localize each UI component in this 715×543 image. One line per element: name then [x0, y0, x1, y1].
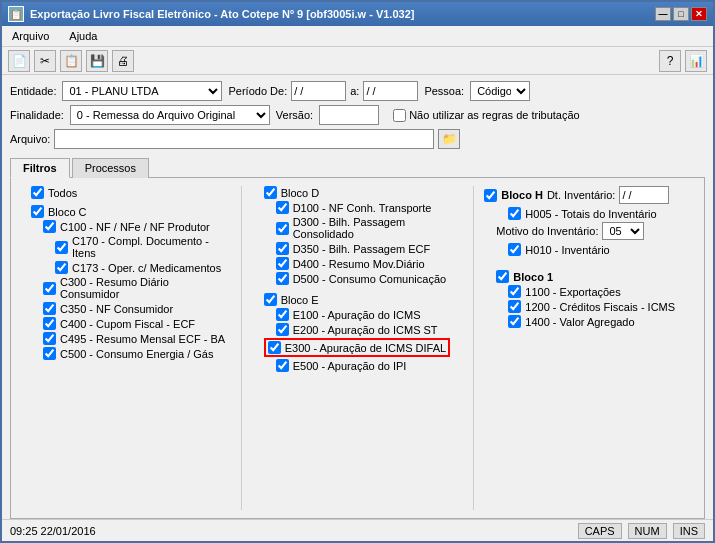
- browse-button[interactable]: 📁: [438, 129, 460, 149]
- d100-label: D100 - NF Conh. Transporte: [293, 202, 432, 214]
- c500-label: C500 - Consumo Energia / Gás: [60, 348, 213, 360]
- filter-column-3: Bloco H Dt. Inventário: H005 - Totais do…: [484, 186, 696, 510]
- e300-checkbox[interactable]: [268, 341, 281, 354]
- h005-label: H005 - Totais do Inventário: [525, 208, 656, 220]
- e300-highlight: E300 - Apuração de ICMS DIFAL: [264, 338, 450, 357]
- c400-item: C400 - Cupom Fiscal - ECF: [19, 317, 231, 330]
- bloco-d-section: Bloco D D100 - NF Conh. Transporte D300 …: [252, 186, 464, 285]
- menu-ajuda[interactable]: Ajuda: [63, 28, 103, 44]
- toolbar-cut-btn[interactable]: ✂: [34, 50, 56, 72]
- bloco-c-checkbox[interactable]: [31, 205, 44, 218]
- c400-checkbox[interactable]: [43, 317, 56, 330]
- c100-checkbox[interactable]: [43, 220, 56, 233]
- c173-item: C173 - Oper. c/ Medicamentos: [19, 261, 231, 274]
- i1200-label: 1200 - Créditos Fiscais - ICMS: [525, 301, 675, 313]
- menubar: Arquivo Ajuda: [2, 26, 713, 47]
- bloco-c-label: Bloco C: [48, 206, 87, 218]
- c300-label: C300 - Resumo Diário Consumidor: [60, 276, 231, 300]
- title-bar-left: 📋 Exportação Livro Fiscal Eletrônico - A…: [8, 6, 414, 22]
- bloco-h-section: Bloco H Dt. Inventário: H005 - Totais do…: [484, 186, 696, 256]
- c300-checkbox[interactable]: [43, 282, 56, 295]
- c495-item: C495 - Resumo Mensal ECF - BA: [19, 332, 231, 345]
- d350-checkbox[interactable]: [276, 242, 289, 255]
- toolbar-copy-btn[interactable]: 📋: [60, 50, 82, 72]
- bloco-1-section: Bloco 1 1100 - Exportações 1200 - Crédit…: [484, 270, 696, 328]
- entidade-label: Entidade:: [10, 85, 56, 97]
- c173-label: C173 - Oper. c/ Medicamentos: [72, 262, 221, 274]
- entidade-select[interactable]: 01 - PLANU LTDA: [62, 81, 222, 101]
- e500-checkbox[interactable]: [276, 359, 289, 372]
- filter-column-1: Todos Bloco C C100 - NF / NFe / NF Produ…: [19, 186, 231, 510]
- toolbar-save-btn[interactable]: 💾: [86, 50, 108, 72]
- finalidade-select[interactable]: 0 - Remessa do Arquivo Original: [70, 105, 270, 125]
- bloco-d-checkbox[interactable]: [264, 186, 277, 199]
- bloco-d-label: Bloco D: [281, 187, 320, 199]
- d100-item: D100 - NF Conh. Transporte: [252, 201, 464, 214]
- tab-processos[interactable]: Processos: [72, 158, 149, 178]
- c400-label: C400 - Cupom Fiscal - ECF: [60, 318, 195, 330]
- e500-item: E500 - Apuração do IPI: [252, 359, 464, 372]
- i1200-checkbox[interactable]: [508, 300, 521, 313]
- bloco-h-checkbox[interactable]: [484, 189, 497, 202]
- motivo-select[interactable]: 05 0102030406: [602, 222, 644, 240]
- e300-label: E300 - Apuração de ICMS DIFAL: [285, 342, 446, 354]
- maximize-button[interactable]: □: [673, 7, 689, 21]
- h005-checkbox[interactable]: [508, 207, 521, 220]
- i1400-checkbox[interactable]: [508, 315, 521, 328]
- d300-checkbox[interactable]: [276, 222, 289, 235]
- minimize-button[interactable]: —: [655, 7, 671, 21]
- toolbar-print-btn[interactable]: 🖨: [112, 50, 134, 72]
- c173-checkbox[interactable]: [55, 261, 68, 274]
- c500-checkbox[interactable]: [43, 347, 56, 360]
- bloco-1-checkbox[interactable]: [496, 270, 509, 283]
- d100-checkbox[interactable]: [276, 201, 289, 214]
- toolbar-extra-btn[interactable]: 📊: [685, 50, 707, 72]
- h010-checkbox[interactable]: [508, 243, 521, 256]
- close-button[interactable]: ✕: [691, 7, 707, 21]
- d350-label: D350 - Bilh. Passagem ECF: [293, 243, 431, 255]
- c300-item: C300 - Resumo Diário Consumidor: [19, 276, 231, 300]
- d400-item: D400 - Resumo Mov.Diário: [252, 257, 464, 270]
- app-icon: 📋: [8, 6, 24, 22]
- filter-column-2: Bloco D D100 - NF Conh. Transporte D300 …: [252, 186, 464, 510]
- periodo-a-input[interactable]: [363, 81, 418, 101]
- c500-item: C500 - Consumo Energia / Gás: [19, 347, 231, 360]
- periodo-label: Período De:: [228, 85, 287, 97]
- d400-checkbox[interactable]: [276, 257, 289, 270]
- c170-item: C170 - Compl. Documento - Itens: [19, 235, 231, 259]
- d300-label: D300 - Bilh. Passagem Consolidado: [293, 216, 464, 240]
- periodo-a-label: a:: [350, 85, 359, 97]
- periodo-de-input[interactable]: [291, 81, 346, 101]
- e200-checkbox[interactable]: [276, 323, 289, 336]
- window-title: Exportação Livro Fiscal Eletrônico - Ato…: [30, 8, 414, 20]
- period-area: Período De: a:: [228, 81, 418, 101]
- title-bar: 📋 Exportação Livro Fiscal Eletrônico - A…: [2, 2, 713, 26]
- motivo-row: Motivo do Inventário: 05 0102030406: [484, 222, 696, 240]
- motivo-label: Motivo do Inventário:: [496, 225, 598, 237]
- bloco-e-checkbox[interactable]: [264, 293, 277, 306]
- e100-checkbox[interactable]: [276, 308, 289, 321]
- filter-todos: Todos: [19, 186, 231, 199]
- arquivo-input[interactable]: [54, 129, 434, 149]
- c495-checkbox[interactable]: [43, 332, 56, 345]
- toolbar-help-btn[interactable]: ?: [659, 50, 681, 72]
- ins-indicator: INS: [673, 523, 705, 539]
- dt-inventario-input[interactable]: [619, 186, 669, 204]
- menu-arquivo[interactable]: Arquivo: [6, 28, 55, 44]
- i1200-item: 1200 - Créditos Fiscais - ICMS: [484, 300, 696, 313]
- bloco-e-label: Bloco E: [281, 294, 319, 306]
- toolbar-new-btn[interactable]: 📄: [8, 50, 30, 72]
- versao-input[interactable]: [319, 105, 379, 125]
- pessoa-select[interactable]: Código: [470, 81, 530, 101]
- todos-checkbox[interactable]: [31, 186, 44, 199]
- caps-indicator: CAPS: [578, 523, 622, 539]
- i1400-label: 1400 - Valor Agregado: [525, 316, 634, 328]
- i1100-checkbox[interactable]: [508, 285, 521, 298]
- c350-checkbox[interactable]: [43, 302, 56, 315]
- d500-checkbox[interactable]: [276, 272, 289, 285]
- tab-filtros[interactable]: Filtros: [10, 158, 70, 178]
- bloco-1-label: Bloco 1: [513, 271, 553, 283]
- c170-checkbox[interactable]: [55, 241, 68, 254]
- i1100-label: 1100 - Exportações: [525, 286, 620, 298]
- nao-utilizar-checkbox[interactable]: [393, 109, 406, 122]
